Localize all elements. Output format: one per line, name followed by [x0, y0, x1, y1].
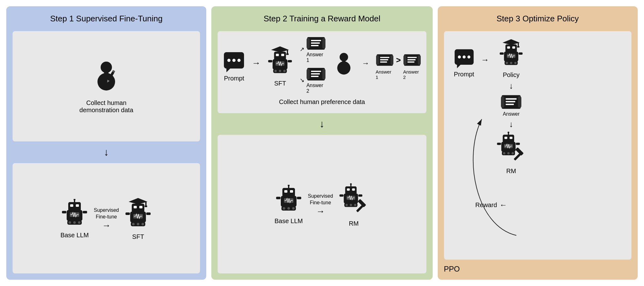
right-arrow-rm: → — [316, 206, 325, 217]
svg-rect-139 — [504, 137, 507, 139]
svg-point-145 — [503, 152, 505, 154]
svg-marker-35 — [226, 69, 230, 72]
svg-rect-7 — [68, 202, 81, 211]
svg-rect-68 — [342, 61, 345, 63]
svg-rect-89 — [297, 197, 301, 199]
svg-rect-73 — [380, 59, 388, 60]
svg-rect-131 — [518, 96, 521, 108]
prompt-container: Prompt — [223, 51, 245, 82]
svg-rect-61 — [307, 69, 310, 80]
svg-rect-41 — [287, 50, 288, 54]
svg-point-126 — [506, 62, 508, 64]
svg-rect-58 — [311, 42, 320, 44]
step3-arrow-1: → — [481, 55, 489, 65]
robot-policy-icon — [498, 39, 525, 70]
svg-rect-48 — [268, 60, 272, 63]
svg-rect-49 — [288, 60, 292, 63]
svg-rect-59 — [311, 45, 319, 46]
svg-rect-143 — [516, 143, 520, 145]
svg-rect-99 — [352, 188, 355, 190]
human-judge-icon — [332, 50, 356, 80]
svg-rect-14 — [83, 211, 87, 213]
comparison-labels: Answer 1 Answer 2 — [375, 69, 421, 80]
step3-reward-row: Reward ← — [475, 201, 507, 209]
svg-rect-102 — [358, 194, 363, 196]
svg-rect-10 — [70, 204, 73, 207]
svg-point-127 — [510, 62, 512, 64]
svg-rect-28 — [125, 212, 130, 215]
svg-rect-55 — [307, 38, 310, 49]
step3-ppo-label: PPO — [444, 265, 631, 273]
svg-point-52 — [279, 70, 281, 72]
answer1b-scroll — [376, 53, 393, 67]
answer2-scroll: Answer 2 — [306, 66, 325, 94]
robot-sft2-icon — [267, 46, 293, 79]
svg-point-53 — [283, 70, 286, 72]
robot-base2-icon — [275, 185, 303, 216]
svg-point-37 — [232, 59, 236, 62]
svg-rect-74 — [380, 62, 387, 63]
svg-rect-11 — [76, 204, 79, 207]
svg-rect-123 — [500, 52, 504, 55]
step3-right-col: Policy ↓ Answer ↓ — [496, 39, 527, 175]
svg-rect-85 — [284, 190, 287, 193]
arrow-ans2: ↘ — [300, 77, 304, 84]
svg-point-31 — [132, 223, 135, 225]
step2-title: Step 2 Training a Reward Model — [218, 14, 426, 24]
svg-point-113 — [467, 56, 470, 58]
svg-rect-101 — [340, 194, 344, 196]
step3-panel: Step 3 Optimize Policy Prompt → — [438, 6, 638, 280]
right-arrow-ft: → — [102, 221, 111, 231]
arrow-down-2: ↓ — [218, 118, 426, 130]
step3-prompt-container: Prompt — [453, 48, 475, 78]
svg-point-0 — [101, 62, 112, 73]
human-figure-icon — [91, 60, 122, 95]
step2-rm-box: Base LLM SupervisedFine-tune → — [218, 135, 426, 273]
step2-fine-tune-label: SupervisedFine-tune — [308, 193, 333, 206]
svg-rect-21 — [145, 202, 147, 206]
step3-answer-label: Answer — [503, 111, 519, 117]
svg-rect-134 — [506, 104, 514, 105]
svg-rect-140 — [509, 137, 512, 139]
svg-rect-25 — [134, 206, 137, 208]
svg-rect-65 — [311, 76, 319, 77]
svg-rect-71 — [391, 55, 393, 65]
step2-base-llm-robot: Base LLM — [275, 185, 303, 225]
svg-rect-133 — [506, 101, 515, 102]
step3-arrow-down-1: ↓ — [509, 81, 513, 91]
arrow-p-sft: → — [252, 58, 260, 68]
svg-rect-78 — [407, 57, 416, 58]
svg-rect-24 — [132, 204, 144, 212]
comparison-container: > Answer 1 Answer 2 — [375, 53, 421, 80]
svg-point-106 — [354, 204, 356, 206]
step2-pref-box: Prompt → — [218, 31, 426, 113]
step2-sft-robot: SFT — [267, 46, 293, 87]
step3-answer-scroll: Answer — [501, 93, 521, 117]
svg-rect-116 — [518, 43, 519, 47]
svg-rect-142 — [497, 143, 501, 145]
step3-chat-bubble-icon — [453, 48, 475, 69]
svg-point-97 — [350, 183, 352, 185]
scroll1-icon — [307, 36, 325, 51]
svg-rect-42 — [286, 53, 289, 55]
answer1-label: Answer 1 — [306, 52, 325, 63]
robot-sft-icon — [124, 197, 152, 232]
svg-point-9 — [74, 199, 75, 201]
svg-rect-79 — [407, 59, 415, 60]
sft-robot: SFT — [124, 197, 152, 240]
svg-point-84 — [288, 185, 290, 186]
step2-prompt-label: Prompt — [224, 75, 244, 82]
svg-rect-2 — [104, 72, 108, 76]
svg-rect-76 — [403, 55, 406, 65]
base-llm-label: Base LLM — [60, 232, 89, 239]
svg-point-33 — [142, 223, 144, 225]
step1-demo-box: Collect humandemonstration data — [13, 31, 200, 141]
base-llm-robot: Base LLM — [60, 199, 89, 239]
svg-rect-13 — [62, 211, 66, 213]
step3-rm-robot: RM — [496, 132, 527, 175]
answer1b-label: Answer 1 — [375, 69, 394, 80]
svg-point-146 — [507, 152, 509, 154]
svg-rect-26 — [139, 206, 142, 208]
step3-prompt-label: Prompt — [454, 71, 474, 78]
svg-rect-45 — [276, 54, 279, 56]
